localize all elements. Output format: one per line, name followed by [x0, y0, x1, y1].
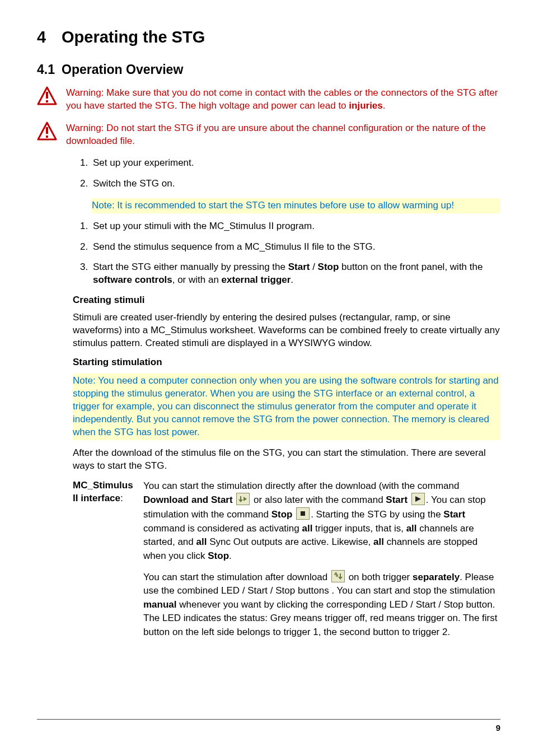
steps-list-a: Set up your experiment. Switch the STG o…	[73, 157, 500, 190]
svg-rect-2	[46, 100, 48, 102]
list-item: Set up your experiment.	[91, 157, 500, 170]
bold-text: Start	[288, 262, 310, 272]
bold-text: Download and Start	[143, 494, 233, 505]
chapter-heading: 4Operating the STG	[37, 28, 500, 46]
text: or also later with the command	[254, 494, 386, 505]
start-play-icon	[411, 493, 425, 505]
text: . Starting the STG by using the	[311, 509, 443, 520]
text: You can start the stimulation after down…	[143, 572, 330, 582]
bold-text: all	[373, 536, 384, 547]
note-warmup: Note: It is recommended to start the STG…	[92, 198, 500, 213]
svg-rect-4	[46, 127, 48, 134]
subheading-starting-stimulation: Starting stimulation	[73, 357, 500, 368]
bold-text: separately	[413, 572, 460, 582]
label-line2: II interface	[73, 493, 120, 503]
bold-text: Start	[386, 494, 407, 505]
bold-text: software controls	[93, 274, 172, 285]
bold-text: manual	[143, 599, 177, 610]
svg-rect-6	[301, 511, 305, 516]
warning-text: Warning: Make sure that you do not come …	[66, 86, 500, 113]
stop-square-icon	[296, 507, 310, 520]
subheading-creating-stimuli: Creating stimuli	[73, 295, 500, 306]
label-line1: MC_Stimulus	[73, 480, 133, 491]
interface-paragraph: You can start the stimulation directly a…	[143, 479, 500, 563]
text: Start the STG either manually by pressin…	[93, 262, 288, 272]
bold-text: Stop	[208, 550, 229, 561]
list-item: Start the STG either manually by pressin…	[91, 261, 500, 287]
chapter-number: 4	[37, 28, 62, 46]
download-start-icon	[236, 493, 250, 505]
text: button on the front panel, with the	[339, 262, 483, 272]
bold-text: all	[406, 523, 417, 534]
list-item: Switch the STG on.	[91, 178, 500, 190]
warning-prefix: Warning: Make sure that you do not come …	[66, 87, 498, 111]
warning-prefix: Warning: Do not start the STG if you are…	[66, 123, 486, 146]
bold-text: all	[302, 523, 312, 534]
body-paragraph: Stimuli are created user-friendly by ent…	[73, 311, 500, 350]
bold-text: external trigger	[222, 274, 291, 285]
bold-text: all	[196, 536, 207, 547]
interface-block: MC_Stimulus II interface: You can start …	[73, 479, 500, 646]
text: /	[310, 262, 317, 272]
text: .	[229, 550, 232, 561]
section-heading: 4.1Operation Overview	[37, 62, 500, 77]
bold-text: Start	[443, 509, 465, 520]
text: , or with an	[172, 274, 222, 285]
bold-text: Stop	[318, 262, 339, 272]
interface-body: You can start the stimulation directly a…	[143, 479, 500, 646]
steps-list-b: Set up your stimuli with the MC_Stimulus…	[73, 220, 500, 287]
list-item: Send the stimulus sequence from a MC_Sti…	[91, 241, 500, 254]
page-number: 9	[496, 723, 500, 732]
text: .	[291, 274, 293, 285]
warning-suffix: .	[383, 100, 386, 111]
svg-rect-5	[46, 136, 48, 138]
warning-row: Warning: Do not start the STG if you are…	[37, 122, 500, 148]
page-footer: 9	[37, 719, 500, 732]
text: on both trigger	[349, 572, 413, 582]
chapter-title: Operating the STG	[62, 28, 205, 46]
interface-label: MC_Stimulus II interface:	[73, 479, 138, 505]
warning-triangle-icon	[37, 86, 57, 105]
label-colon: :	[120, 493, 123, 503]
interface-paragraph: You can start the stimulation after down…	[143, 570, 500, 640]
download-pulse-icon	[331, 570, 345, 582]
text: command is considered as activating	[143, 523, 302, 534]
section-title: Operation Overview	[62, 62, 183, 77]
text: whenever you want by clicking the corres…	[143, 599, 497, 637]
warning-text: Warning: Do not start the STG if you are…	[66, 122, 500, 148]
warning-row: Warning: Make sure that you do not come …	[37, 86, 500, 113]
svg-rect-1	[46, 92, 48, 99]
warning-bold: injuries	[349, 100, 382, 111]
text: trigger inputs, that is,	[312, 523, 406, 534]
warning-triangle-icon	[37, 122, 57, 141]
text: Sync Out outputs are active. Likewise,	[207, 536, 373, 547]
bold-text: Stop	[271, 509, 293, 520]
note-starting: Note: You need a computer connection onl…	[73, 374, 500, 440]
section-number: 4.1	[37, 62, 62, 77]
list-item: Set up your stimuli with the MC_Stimulus…	[91, 220, 500, 233]
body-paragraph: After the download of the stimulus file …	[73, 447, 500, 473]
text: You can start the stimulation directly a…	[143, 480, 459, 491]
